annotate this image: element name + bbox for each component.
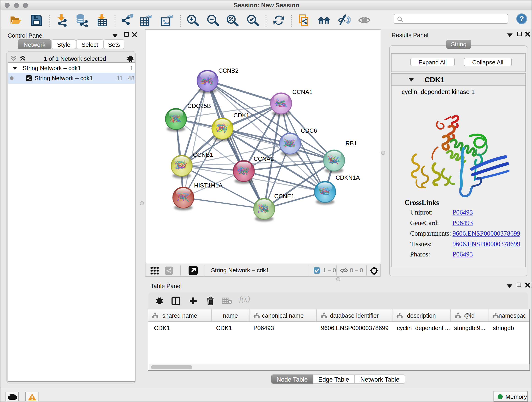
- svg-text:CDK1: CDK1: [234, 112, 249, 119]
- svg-text:CCNB2: CCNB2: [218, 67, 239, 74]
- svg-text:CCNA1: CCNA1: [292, 89, 312, 95]
- svg-text:CDC25B: CDC25B: [187, 102, 211, 109]
- svg-text:CDC6: CDC6: [301, 127, 317, 134]
- svg-text:RB1: RB1: [346, 140, 357, 147]
- svg-text:?: ?: [519, 15, 524, 23]
- svg-text:CDKN1A: CDKN1A: [336, 174, 360, 181]
- svg-text:CCNA2: CCNA2: [254, 155, 274, 162]
- svg-text:CCNB1: CCNB1: [193, 151, 213, 158]
- svg-text:HIST1H1A: HIST1H1A: [194, 182, 223, 189]
- svg-text:CCNE1: CCNE1: [274, 193, 294, 200]
